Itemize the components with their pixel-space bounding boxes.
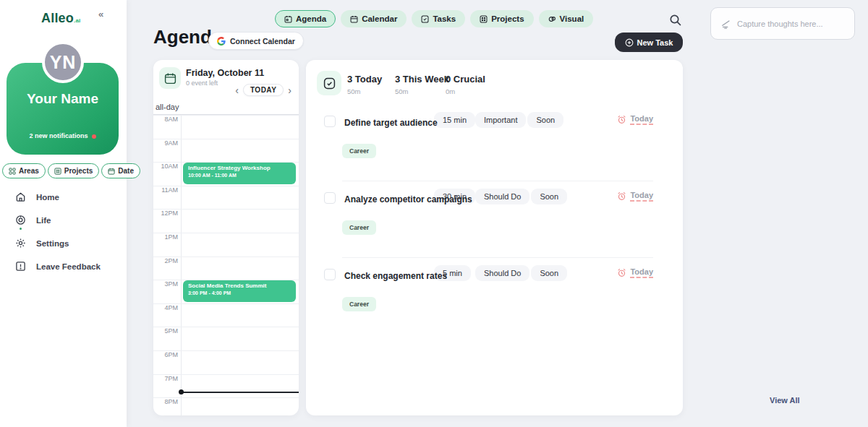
all-day-row: all-day <box>153 101 299 115</box>
hour-label: 11AM <box>153 186 178 193</box>
event-influencer-strategy-workshop[interactable]: Influencer Strategy Workshop 10:00 AM - … <box>183 163 296 184</box>
priority-pill[interactable]: Should Do <box>475 265 529 281</box>
filter-label: Projects <box>64 167 93 175</box>
search-icon[interactable] <box>669 14 682 27</box>
tab-agenda[interactable]: Agenda <box>275 10 336 27</box>
hour-label: 12PM <box>153 210 178 217</box>
stat-label: 3 Today <box>347 74 382 85</box>
tab-calendar[interactable]: Calendar <box>341 10 407 27</box>
task-title[interactable]: Check engagement rates <box>344 271 447 281</box>
filter-date-button[interactable]: Date <box>101 163 140 178</box>
notifications-link[interactable]: 2 new notifications <box>7 132 119 139</box>
when-pill[interactable]: Soon <box>527 112 563 128</box>
event-time: 10:00 AM - 11:00 AM <box>188 173 291 178</box>
sidebar-collapse-icon[interactable]: « <box>98 9 103 20</box>
check-square-icon <box>323 77 336 90</box>
stat-label: 0 Crucial <box>446 74 485 85</box>
due-date[interactable]: Today <box>617 267 653 278</box>
filter-projects-button[interactable]: Projects <box>48 163 99 178</box>
due-date[interactable]: Today <box>617 114 653 125</box>
current-time-indicator <box>179 392 299 393</box>
task-row: Analyze competitor campaigns 30 min Shou… <box>306 181 683 257</box>
new-task-button[interactable]: New Task <box>615 33 683 52</box>
stat-today: 3 Today 50m <box>347 74 382 95</box>
stat-sub: 50m <box>347 87 382 95</box>
when-pill[interactable]: Soon <box>531 189 567 204</box>
capture-placeholder: Capture thoughts here... <box>737 20 823 28</box>
gear-icon <box>15 238 26 249</box>
hour-label: 7PM <box>153 374 178 381</box>
priority-group: Should Do Soon <box>475 189 567 204</box>
current-time-dot <box>179 389 184 394</box>
calendar-panel: Friday, October 11 0 event left ‹ TODAY … <box>153 60 299 415</box>
sidebar-item-settings[interactable]: Settings <box>15 238 101 249</box>
event-title: Influencer Strategy Workshop <box>188 165 291 171</box>
top-nav-tabs: Agenda Calendar Tasks Projects Visual <box>275 10 593 27</box>
avatar[interactable]: YN <box>42 41 84 83</box>
alarm-icon <box>617 115 626 124</box>
calendar-date-title: Friday, October 11 <box>186 68 264 78</box>
prev-day-button[interactable]: ‹ <box>235 85 239 95</box>
tab-label: Agenda <box>296 14 326 23</box>
tab-visual[interactable]: Visual <box>539 10 594 27</box>
view-all-link[interactable]: View All <box>770 396 800 405</box>
sidebar-item-label: Leave Feedback <box>36 262 101 271</box>
due-date[interactable]: Today <box>617 191 653 202</box>
row-divider <box>342 181 653 181</box>
app-logo: Alleo.ai <box>41 11 81 26</box>
agenda-icon <box>284 15 292 23</box>
task-title[interactable]: Analyze competitor campaigns <box>344 194 472 204</box>
tab-label: Calendar <box>362 14 397 23</box>
tasks-icon <box>421 15 429 23</box>
task-row: Define target audience 15 min Important … <box>306 104 683 181</box>
visual-icon <box>548 15 556 23</box>
logo-suffix: .ai <box>74 17 81 24</box>
capture-thoughts-input[interactable]: Capture thoughts here... <box>710 7 855 40</box>
hour-label: 8AM <box>153 116 178 123</box>
active-dot <box>20 228 22 230</box>
priority-pill[interactable]: Should Do <box>475 189 529 204</box>
hour-label: 1PM <box>153 233 178 241</box>
connect-calendar-label: Connect Calendar <box>230 37 295 46</box>
task-row: Check engagement rates 5 min Should Do S… <box>306 257 683 334</box>
stat-crucial: 0 Crucial 0m <box>446 74 485 95</box>
sidebar-item-home[interactable]: Home <box>15 191 101 202</box>
filter-label: Areas <box>19 167 39 175</box>
alarm-icon <box>617 268 626 277</box>
filter-areas-button[interactable]: Areas <box>2 163 46 178</box>
task-tag[interactable]: Career <box>342 297 376 311</box>
events-left-label: 0 event left <box>186 79 218 87</box>
sidebar-item-label: Life <box>36 216 51 225</box>
plus-circle-icon <box>625 38 634 47</box>
calendar-day-nav: ‹ TODAY › <box>235 84 292 96</box>
stat-this-week: 3 This Week 50m <box>395 74 449 95</box>
event-social-media-trends-summit[interactable]: Social Media Trends Summit 3:00 PM - 4:0… <box>183 280 296 302</box>
sidebar-nav: Home Life Settings Leave Feedback <box>15 191 101 272</box>
task-checkbox[interactable] <box>324 116 336 127</box>
google-icon <box>217 37 226 46</box>
sidebar-item-leave-feedback[interactable]: Leave Feedback <box>15 261 101 272</box>
hour-label: 3PM <box>153 280 178 288</box>
feedback-icon <box>15 261 26 272</box>
priority-pill[interactable]: Important <box>475 112 526 128</box>
tab-label: Visual <box>560 14 584 23</box>
hour-label: 5PM <box>153 327 178 335</box>
connect-calendar-button[interactable]: Connect Calendar <box>208 32 304 50</box>
when-pill[interactable]: Soon <box>531 265 567 281</box>
tab-projects[interactable]: Projects <box>470 10 533 27</box>
next-day-button[interactable]: › <box>288 85 292 95</box>
due-label: Today <box>630 267 653 278</box>
task-checkbox[interactable] <box>324 269 336 280</box>
task-tag[interactable]: Career <box>342 144 376 158</box>
hour-label: 10AM <box>153 163 178 170</box>
duration-pill[interactable]: 15 min <box>434 112 475 128</box>
day-time-grid[interactable]: 8AM 9AM 10AM 11AM 12PM 1PM 2PM 3PM 4PM 5… <box>153 101 299 415</box>
time-column-divider <box>181 101 182 415</box>
sidebar-item-life[interactable]: Life <box>15 215 101 225</box>
tab-label: Projects <box>491 14 524 23</box>
tab-tasks[interactable]: Tasks <box>412 10 465 27</box>
task-checkbox[interactable] <box>324 192 336 204</box>
task-title[interactable]: Define target audience <box>344 118 438 128</box>
task-tag[interactable]: Career <box>342 220 376 235</box>
today-button[interactable]: TODAY <box>243 84 284 96</box>
